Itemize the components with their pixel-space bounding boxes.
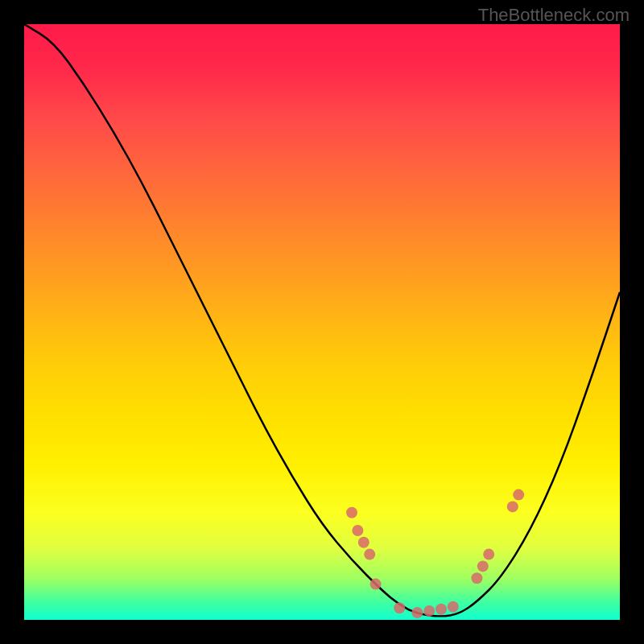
- chart-background: [24, 24, 620, 620]
- watermark-text: TheBottleneck.com: [478, 5, 630, 26]
